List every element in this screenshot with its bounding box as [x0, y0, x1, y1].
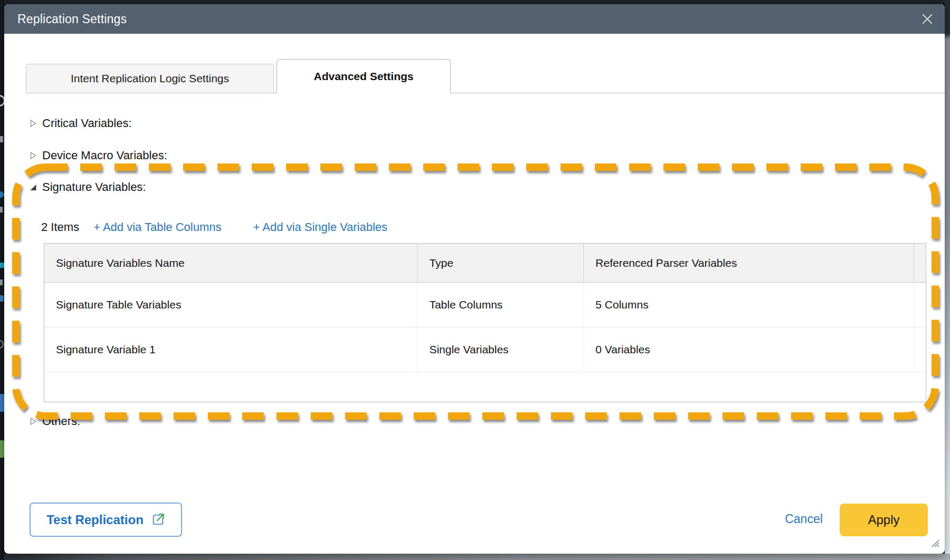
apply-label: Apply	[868, 513, 899, 527]
close-icon[interactable]	[920, 12, 934, 26]
test-replication-label: Test Replication	[46, 513, 144, 527]
tab-bar: Intent Replication Logic Settings Advanc…	[26, 55, 945, 93]
cell-type: Table Columns	[417, 283, 584, 327]
background-fragment	[0, 207, 3, 213]
tab-intent-replication-logic-settings[interactable]: Intent Replication Logic Settings	[26, 64, 274, 93]
background-bottom-strip	[4, 554, 950, 560]
column-header-referenced: Referenced Parser Variables	[584, 244, 914, 282]
background-top-strip	[0, 0, 950, 4]
column-header-name: Signature Variables Name	[44, 244, 417, 282]
triangle-expanded-icon	[30, 184, 37, 191]
cell-spacer	[914, 327, 926, 372]
background-fragment	[0, 394, 4, 412]
cell-referenced: 0 Variables	[584, 327, 914, 372]
section-label: Device Macro Variables:	[42, 149, 167, 162]
tab-label: Intent Replication Logic Settings	[71, 72, 229, 85]
cancel-button[interactable]: Cancel	[780, 512, 828, 526]
signature-items-toolbar: 2 Items + Add via Table Columns + Add vi…	[41, 220, 387, 234]
section-critical-variables[interactable]: Critical Variables:	[30, 117, 132, 130]
cell-name: Signature Variable 1	[44, 327, 417, 372]
cell-spacer	[914, 283, 926, 327]
background-fragment	[0, 263, 4, 268]
tab-advanced-settings[interactable]: Advanced Settings	[277, 59, 451, 93]
resize-grip[interactable]	[929, 538, 939, 547]
section-signature-variables[interactable]: Signature Variables:	[30, 180, 146, 194]
column-header-spacer	[914, 244, 926, 282]
test-replication-button[interactable]: Test Replication	[30, 503, 182, 537]
items-count: 2 Items	[41, 220, 79, 234]
apply-button[interactable]: Apply	[840, 504, 928, 536]
background-right-strip	[945, 0, 950, 560]
replication-settings-dialog: Replication Settings Intent Replication …	[4, 4, 945, 554]
cell-name: Signature Table Variables	[44, 283, 417, 327]
add-via-single-variables-link[interactable]: + Add via Single Variables	[253, 220, 388, 234]
background-sidebar-strip	[0, 0, 4, 560]
column-header-type: Type	[417, 244, 584, 282]
section-device-macro-variables[interactable]: Device Macro Variables:	[30, 149, 167, 162]
signature-variables-table: Signature Variables Name Type Referenced…	[44, 243, 926, 402]
table-header-row: Signature Variables Name Type Referenced…	[44, 244, 926, 283]
external-link-icon	[151, 513, 165, 527]
table-row[interactable]: Signature Variable 1 Single Variables 0 …	[44, 327, 926, 372]
section-others[interactable]: Others:	[30, 414, 80, 428]
cell-referenced: 5 Columns	[584, 283, 914, 327]
section-label: Signature Variables:	[42, 180, 146, 194]
tab-label: Advanced Settings	[314, 70, 413, 83]
dialog-header: Replication Settings	[4, 4, 945, 34]
cell-type: Single Variables	[417, 327, 584, 372]
add-via-table-columns-link[interactable]: + Add via Table Columns	[93, 220, 221, 234]
chevron-right-icon	[30, 151, 37, 160]
background-fragment	[0, 295, 4, 302]
dialog-title: Replication Settings	[17, 12, 127, 26]
background-fragment	[0, 340, 4, 349]
section-label: Critical Variables:	[42, 117, 132, 130]
background-fragment	[0, 279, 3, 285]
chevron-right-icon	[30, 119, 37, 128]
background-fragment	[0, 440, 4, 458]
section-label: Others:	[42, 414, 80, 428]
background-fragment	[0, 136, 3, 142]
table-row[interactable]: Signature Table Variables Table Columns …	[44, 283, 926, 327]
chevron-right-icon	[30, 417, 37, 426]
